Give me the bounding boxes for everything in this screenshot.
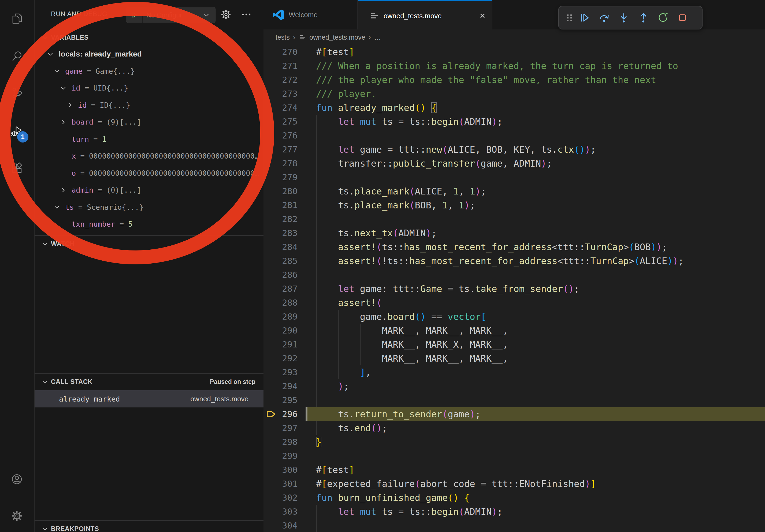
explorer-icon[interactable] — [11, 12, 23, 25]
gutter-286[interactable]: 286 — [264, 268, 306, 282]
section-breakpoints[interactable]: BREAKPOINTS — [35, 521, 264, 532]
variable-row-board[interactable]: board = (9)[...] — [35, 114, 264, 131]
code-line-275[interactable]: 275 let mut ts = ts::begin(ADMIN); — [264, 115, 765, 129]
code-text[interactable]: /// player. — [306, 87, 765, 101]
gutter-291[interactable]: 291 — [264, 338, 306, 352]
code-text[interactable]: #[test] — [306, 45, 765, 59]
breadcrumb-item[interactable]: … — [374, 34, 381, 41]
code-line-270[interactable]: 270#[test] — [264, 45, 765, 59]
variable-row-id[interactable]: id = ID{...} — [35, 97, 264, 114]
variable-row-admin[interactable]: admin = (0)[...] — [35, 182, 264, 199]
code-text[interactable] — [306, 449, 765, 463]
code-text[interactable]: #[expected_failure(abort_code = ttt::ENo… — [306, 477, 765, 491]
code-line-281[interactable]: 281 ts.place_mark(BOB, 1, 1); — [264, 198, 765, 212]
variable-row-ts[interactable]: ts = Scenario{...} — [35, 199, 264, 216]
code-text[interactable]: MARK__, MARK__, MARK__, — [306, 324, 765, 338]
breadcrumb-item[interactable]: owned_tests.move — [309, 34, 365, 41]
code-line-287[interactable]: 287 let game: ttt::Game = ts.take_from_s… — [264, 282, 765, 296]
code-text[interactable]: ], — [306, 366, 765, 379]
variable-row-scope[interactable]: locals: already_marked — [35, 46, 264, 63]
code-text[interactable]: game.board() == vector[ — [306, 310, 765, 324]
code-text[interactable]: ts.end(); — [306, 421, 765, 435]
gutter-287[interactable]: 287 — [264, 282, 306, 296]
gutter-301[interactable]: 301 — [264, 477, 306, 491]
chevron-right-icon[interactable] — [60, 119, 67, 126]
gutter-299[interactable]: 299 — [264, 449, 306, 463]
variable-row-o[interactable]: o = 000000000000000000000000000000000000… — [35, 165, 264, 182]
gutter-288[interactable]: 288 — [264, 296, 306, 310]
code-line-288[interactable]: 288 assert!( — [264, 296, 765, 310]
breadcrumb-item[interactable]: tests — [276, 34, 290, 41]
close-tab-icon[interactable] — [478, 12, 486, 20]
start-debug-icon[interactable] — [126, 7, 143, 23]
gutter-300[interactable]: 300 — [264, 463, 306, 477]
code-text[interactable]: /// When a position is already marked, t… — [306, 59, 765, 73]
code-line-272[interactable]: 272/// the player who made the "false" m… — [264, 73, 765, 87]
step-out-icon[interactable] — [637, 12, 649, 24]
code-line-282[interactable]: 282 — [264, 212, 765, 226]
code-line-303[interactable]: 303 let mut ts = ts::begin(ADMIN); — [264, 505, 765, 519]
code-line-280[interactable]: 280 ts.place_mark(ALICE, 1, 1); — [264, 184, 765, 198]
gutter-302[interactable]: 302 — [264, 491, 306, 505]
more-actions-icon[interactable] — [240, 8, 253, 21]
code-line-293[interactable]: 293 ], — [264, 366, 765, 379]
code-line-271[interactable]: 271/// When a position is already marked… — [264, 59, 765, 73]
code-text[interactable]: assert!(ts::has_most_recent_for_address<… — [306, 240, 765, 254]
code-line-274[interactable]: 274fun already_marked() { — [264, 101, 765, 115]
code-line-298[interactable]: 298} — [264, 435, 765, 449]
gutter-276[interactable]: 276 — [264, 129, 306, 142]
continue-icon[interactable] — [579, 12, 590, 24]
chevron-right-icon[interactable] — [66, 102, 73, 109]
chevron-down-icon[interactable] — [47, 51, 54, 58]
code-text[interactable]: } — [306, 435, 765, 449]
variable-row-turn[interactable]: turn = 1 — [35, 131, 264, 148]
code-text[interactable]: #[test] — [306, 463, 765, 477]
account-icon[interactable] — [11, 473, 23, 486]
code-text[interactable]: transfer::public_transfer(game, ADMIN); — [306, 156, 765, 170]
code-text[interactable]: MARK__, MARK__, MARK__, — [306, 352, 765, 366]
code-line-277[interactable]: 277 let game = ttt::new(ALICE, BOB, KEY,… — [264, 142, 765, 156]
code-line-276[interactable]: 276 — [264, 129, 765, 142]
code-line-284[interactable]: 284 assert!(ts::has_most_recent_for_addr… — [264, 240, 765, 254]
code-line-286[interactable]: 286 — [264, 268, 765, 282]
gutter-297[interactable]: 297 — [264, 421, 306, 435]
code-text[interactable] — [306, 519, 765, 532]
variable-row-game[interactable]: game = Game{...} — [35, 63, 264, 80]
code-text[interactable] — [306, 212, 765, 226]
gutter-272[interactable]: 272 — [264, 73, 306, 87]
gutter-275[interactable]: 275 — [264, 115, 306, 129]
section-variables[interactable]: VARIABLES — [35, 30, 264, 46]
code-text[interactable]: let mut ts = ts::begin(ADMIN); — [306, 505, 765, 519]
gutter-271[interactable]: 271 — [264, 59, 306, 73]
chevron-right-icon[interactable] — [60, 187, 67, 194]
gutter-282[interactable]: 282 — [264, 212, 306, 226]
code-line-294[interactable]: 294 ); — [264, 379, 765, 393]
code-text[interactable]: assert!(!ts::has_most_recent_for_address… — [306, 254, 765, 268]
code-text[interactable]: ts.place_mark(ALICE, 1, 1); — [306, 184, 765, 198]
code-line-290[interactable]: 290 MARK__, MARK__, MARK__, — [264, 324, 765, 338]
call-stack-frame-row[interactable]: already_markedowned_tests.move — [35, 390, 264, 407]
code-text[interactable] — [306, 170, 765, 184]
code-text[interactable]: ); — [306, 379, 765, 393]
gutter-278[interactable]: 278 — [264, 156, 306, 170]
code-text[interactable]: ts.next_tx(ADMIN); — [306, 226, 765, 240]
code-line-292[interactable]: 292 MARK__, MARK__, MARK__, — [264, 352, 765, 366]
code-text[interactable]: fun already_marked() { — [306, 101, 765, 115]
code-text[interactable] — [306, 393, 765, 407]
gutter-273[interactable]: 273 — [264, 87, 306, 101]
chevron-down-icon[interactable] — [53, 204, 60, 210]
gutter-285[interactable]: 285 — [264, 254, 306, 268]
debug-settings-gear-icon[interactable] — [220, 8, 232, 21]
code-line-296[interactable]: 296 ts.return_to_sender(game); — [264, 407, 765, 421]
code-text[interactable]: let mut ts = ts::begin(ADMIN); — [306, 115, 765, 129]
chevron-down-icon[interactable] — [53, 68, 60, 75]
gutter-270[interactable]: 270 — [264, 45, 306, 59]
gutter-296[interactable]: 296 — [264, 407, 306, 421]
toolbar-drag-handle[interactable] — [564, 12, 575, 24]
code-line-291[interactable]: 291 MARK__, MARK_X, MARK__, — [264, 338, 765, 352]
code-text[interactable]: let game = ttt::new(ALICE, BOB, KEY, ts.… — [306, 142, 765, 156]
code-line-273[interactable]: 273/// player. — [264, 87, 765, 101]
extensions-icon[interactable] — [11, 162, 23, 175]
gutter-295[interactable]: 295 — [264, 393, 306, 407]
code-line-304[interactable]: 304 — [264, 519, 765, 532]
